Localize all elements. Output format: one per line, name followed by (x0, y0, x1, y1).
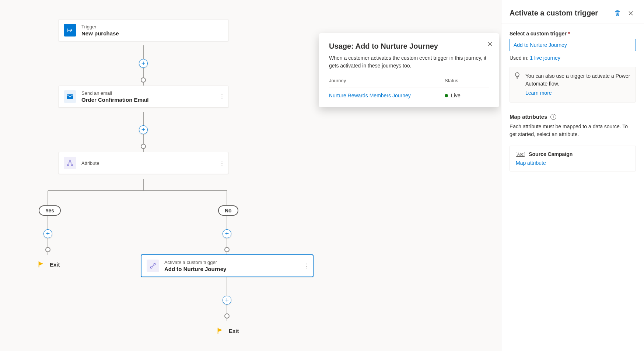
node-email[interactable]: Send an email Order Confirmation Email ⋮ (58, 86, 229, 108)
attribute-item[interactable]: Abc Source Campaign Map attribute (510, 146, 636, 171)
journey-canvas[interactable]: Trigger New purchase + Send an email Ord… (0, 0, 501, 351)
attribute-icon (64, 157, 76, 169)
exit-marker: Exit (37, 260, 60, 268)
node-label: Activate a custom trigger (164, 260, 226, 265)
connector-end-dot (224, 313, 230, 319)
select-trigger-input[interactable]: Add to Nurture Journey (510, 39, 636, 51)
usage-description: When a customer activates the custom eve… (329, 54, 489, 70)
map-attributes-heading: Map attributes (510, 114, 547, 120)
exit-marker: Exit (216, 327, 239, 335)
used-in-text: Used in: 1 live journey (510, 55, 636, 61)
attribute-name: Source Campaign (529, 151, 573, 157)
add-step-button[interactable]: + (43, 229, 52, 238)
add-step-button[interactable]: + (139, 125, 148, 134)
node-title: Add to Nurture Journey (164, 266, 226, 272)
column-status: Status (445, 78, 489, 83)
properties-panel: Activate a custom trigger Select a custo… (501, 0, 644, 351)
panel-title: Activate a custom trigger (510, 8, 609, 18)
table-row: Nurture Rewards Members Journey Live (329, 87, 489, 101)
node-more-button[interactable]: ⋮ (219, 93, 225, 100)
node-activate-trigger[interactable]: Activate a custom trigger Add to Nurture… (141, 254, 314, 277)
trigger-icon (64, 24, 76, 37)
node-title: New purchase (81, 30, 119, 37)
connector-end-dot (224, 247, 230, 252)
node-trigger[interactable]: Trigger New purchase (58, 19, 229, 41)
branch-no[interactable]: No (218, 205, 238, 216)
text-type-icon: Abc (516, 152, 525, 157)
usage-table: Journey Status Nurture Rewards Members J… (329, 78, 489, 101)
node-more-button[interactable]: ⋮ (304, 263, 309, 269)
node-more-button[interactable]: ⋮ (219, 160, 225, 166)
activate-trigger-icon (147, 260, 159, 272)
connector-end-dot (141, 144, 146, 149)
add-step-button[interactable]: + (223, 229, 231, 238)
add-step-button[interactable]: + (223, 296, 231, 305)
column-journey: Journey (329, 78, 445, 83)
info-icon[interactable]: i (550, 114, 556, 120)
add-step-button[interactable]: + (139, 59, 148, 68)
branch-yes[interactable]: Yes (39, 205, 61, 216)
select-trigger-label: Select a custom trigger * (510, 31, 636, 37)
lightbulb-icon (514, 72, 520, 82)
callout-text: You can also use a trigger to activate a… (525, 73, 630, 87)
map-attribute-link[interactable]: Map attribute (516, 160, 546, 166)
svg-rect-8 (67, 164, 69, 166)
status-indicator (445, 94, 448, 97)
status-text: Live (451, 93, 461, 98)
close-panel-button[interactable] (626, 8, 636, 18)
journey-link[interactable]: Nurture Rewards Members Journey (329, 93, 411, 98)
node-label: Send an email (81, 90, 149, 96)
exit-label: Exit (50, 261, 60, 268)
usage-popup: Usage: Add to Nurture Journey When a cus… (319, 33, 499, 107)
svg-rect-9 (71, 164, 73, 166)
node-label: Trigger (81, 24, 119, 29)
node-title: Order Confirmation Email (81, 97, 149, 103)
map-attributes-desc: Each attribute must be mapped to a data … (510, 123, 636, 138)
used-in-link[interactable]: 1 live journey (530, 55, 560, 61)
delete-button[interactable] (612, 8, 623, 18)
info-callout: You can also use a trigger to activate a… (510, 67, 636, 102)
connector-end-dot (141, 77, 146, 83)
connector-end-dot (45, 247, 50, 252)
svg-rect-7 (69, 160, 71, 162)
node-attribute[interactable]: Attribute ⋮ (58, 152, 229, 174)
learn-more-link[interactable]: Learn more (525, 89, 552, 97)
email-icon (64, 90, 76, 103)
node-label: Attribute (81, 160, 99, 166)
usage-title: Usage: Add to Nurture Journey (329, 42, 489, 51)
close-icon[interactable] (487, 41, 493, 48)
exit-label: Exit (229, 328, 239, 334)
